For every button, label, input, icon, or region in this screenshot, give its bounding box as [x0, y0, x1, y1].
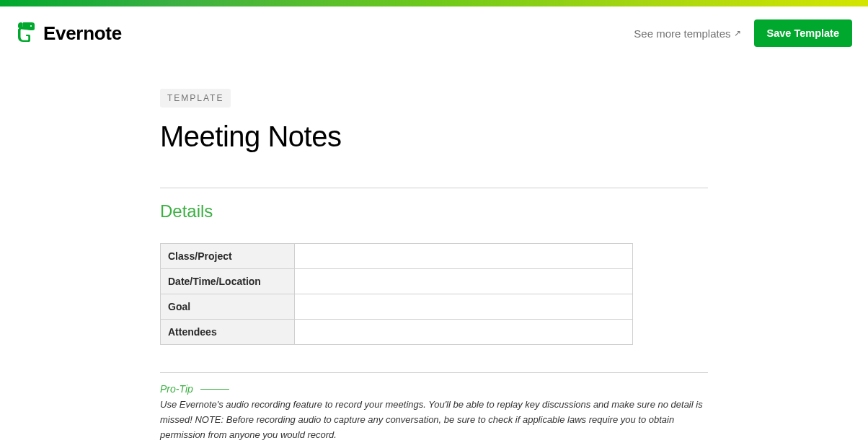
see-more-templates-link[interactable]: See more templates ↗ [634, 27, 740, 40]
details-value-goal[interactable] [295, 294, 633, 320]
protip-divider-top [160, 372, 708, 373]
details-label-attendees: Attendees [161, 320, 295, 345]
brand-gradient-bar [0, 0, 868, 6]
details-label-goal: Goal [161, 294, 295, 320]
elephant-icon [16, 20, 37, 46]
header: Evernote See more templates ↗ Save Templ… [0, 6, 868, 60]
details-value-date-time-location[interactable] [295, 269, 633, 294]
protip-text: Use Evernote's audio recording feature t… [160, 398, 708, 442]
brand-name: Evernote [43, 22, 122, 45]
table-row: Goal [161, 294, 633, 320]
details-heading: Details [160, 201, 708, 222]
protip-label: Pro-Tip [160, 383, 193, 395]
table-row: Attendees [161, 320, 633, 345]
see-more-templates-label: See more templates [634, 27, 730, 40]
details-value-class-project[interactable] [295, 244, 633, 269]
save-template-button[interactable]: Save Template [754, 19, 852, 47]
header-actions: See more templates ↗ Save Template [634, 19, 852, 47]
protip-decorative-line [200, 389, 229, 390]
protip-header: Pro-Tip [160, 383, 708, 395]
details-label-date-time-location: Date/Time/Location [161, 269, 295, 294]
details-label-class-project: Class/Project [161, 244, 295, 269]
table-row: Date/Time/Location [161, 269, 633, 294]
section-divider [160, 188, 708, 188]
main-content: TEMPLATE Meeting Notes Details Class/Pro… [160, 60, 708, 443]
template-badge: TEMPLATE [160, 89, 231, 108]
details-table: Class/Project Date/Time/Location Goal At… [160, 243, 633, 345]
page-title: Meeting Notes [160, 120, 708, 153]
table-row: Class/Project [161, 244, 633, 269]
external-link-icon: ↗ [734, 28, 741, 38]
brand-logo[interactable]: Evernote [16, 20, 122, 46]
details-value-attendees[interactable] [295, 320, 633, 345]
